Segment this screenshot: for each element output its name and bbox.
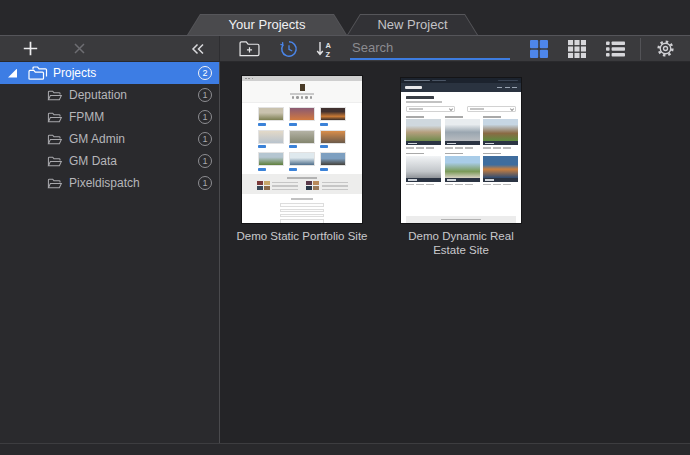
tree-item-label: GM Data <box>69 154 198 168</box>
new-folder-button[interactable] <box>234 36 265 61</box>
main-area: Projects 2 Deputation 1 FPMM 1 GM Admin … <box>0 62 690 443</box>
view-list-button[interactable] <box>601 36 630 61</box>
tree-item-gm-admin[interactable]: GM Admin 1 <box>0 128 219 150</box>
tab-your-projects-label: Your Projects <box>187 14 347 35</box>
mini-site-header <box>242 81 362 103</box>
app-window: Your Projects New Project <box>0 0 690 455</box>
count-badge: 1 <box>198 132 212 146</box>
settings-button[interactable] <box>651 36 680 61</box>
add-folder-button[interactable] <box>18 36 43 61</box>
gear-icon <box>655 38 676 59</box>
open-folder-icon <box>47 155 64 168</box>
tab-bar: Your Projects New Project <box>0 0 690 35</box>
open-folder-icon <box>47 177 64 190</box>
grid-large-icon <box>529 39 549 59</box>
main-toolbar: AZ <box>220 36 690 61</box>
mini-about-section <box>242 174 362 195</box>
tree-item-deputation[interactable]: Deputation 1 <box>0 84 219 106</box>
project-title: Demo Static Portfolio Site <box>236 229 367 243</box>
tab-new-project[interactable]: New Project <box>347 14 478 35</box>
close-icon <box>73 42 86 55</box>
double-chevron-left-icon <box>190 42 205 56</box>
open-folder-icon <box>47 89 64 102</box>
view-grid-small-button[interactable] <box>563 36 591 61</box>
toolbar: AZ <box>0 35 690 62</box>
count-badge: 1 <box>198 88 212 102</box>
mini-site-body <box>401 92 521 223</box>
project-item-real-estate[interactable]: Demo Dynamic Real Estate Site <box>395 75 527 258</box>
project-item-static-portfolio[interactable]: Demo Static Portfolio Site <box>236 75 368 243</box>
tree-item-label: FPMM <box>69 110 198 124</box>
mini-contact-form <box>242 194 362 224</box>
list-view-icon <box>605 40 626 58</box>
tree-item-fpmm[interactable]: FPMM 1 <box>0 106 219 128</box>
count-badge: 1 <box>198 110 212 124</box>
count-badge: 1 <box>198 176 212 190</box>
tree-item-label: Projects <box>53 66 198 80</box>
sidebar-toolbar <box>0 36 220 61</box>
project-thumbnail <box>241 75 363 224</box>
count-badge: 2 <box>198 66 212 80</box>
sort-az-icon: AZ <box>315 40 334 58</box>
tab-your-projects[interactable]: Your Projects <box>187 14 347 35</box>
tree-item-pixeldispatch[interactable]: Pixeldispatch 1 <box>0 172 219 194</box>
mini-property-cards <box>406 116 516 185</box>
project-grid: Demo Static Portfolio Site <box>220 62 690 443</box>
tab-new-project-label: New Project <box>347 14 478 35</box>
history-button[interactable] <box>275 36 303 61</box>
project-title: Demo Dynamic Real Estate Site <box>395 229 527 258</box>
bottom-bar <box>0 443 690 455</box>
tree-item-gm-data[interactable]: GM Data 1 <box>0 150 219 172</box>
tree-item-label: Deputation <box>69 88 198 102</box>
svg-text:Z: Z <box>326 50 331 58</box>
tree-item-label: GM Admin <box>69 132 198 146</box>
sidebar: Projects 2 Deputation 1 FPMM 1 GM Admin … <box>0 62 220 443</box>
project-thumbnail <box>400 77 522 224</box>
view-grid-large-button[interactable] <box>525 36 553 61</box>
open-folder-icon <box>47 111 64 124</box>
disclosure-triangle-icon[interactable] <box>8 69 17 78</box>
mini-site-footer <box>406 216 516 223</box>
double-folder-icon <box>26 65 50 81</box>
svg-text:A: A <box>326 41 332 50</box>
open-folder-icon <box>47 133 64 146</box>
plus-icon <box>22 40 39 57</box>
mini-photo-gallery <box>242 103 362 174</box>
toolbar-separator <box>640 38 641 60</box>
collapse-sidebar-button[interactable] <box>186 36 209 61</box>
tree-item-label: Pixeldispatch <box>69 176 198 190</box>
search-input[interactable] <box>350 38 510 60</box>
search-field-wrap <box>350 38 510 60</box>
grid-small-icon <box>567 39 587 59</box>
delete-folder-button[interactable] <box>69 36 90 61</box>
sort-button[interactable]: AZ <box>311 36 338 61</box>
count-badge: 1 <box>198 154 212 168</box>
tree-item-projects[interactable]: Projects 2 <box>0 62 219 84</box>
new-folder-icon <box>238 40 261 57</box>
history-icon <box>279 39 299 59</box>
mini-site-navbar <box>401 83 521 92</box>
